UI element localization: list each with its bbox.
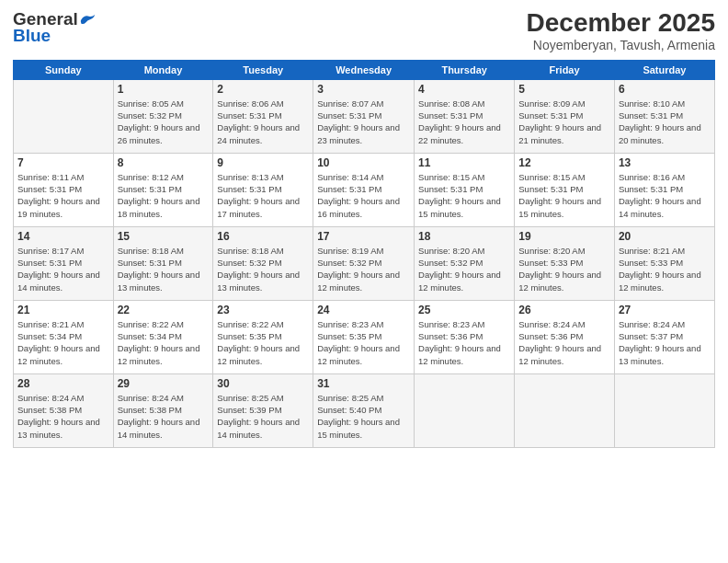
day-info: Sunrise: 8:17 AMSunset: 5:31 PMDaylight:…: [17, 245, 109, 293]
day-info: Sunrise: 8:22 AMSunset: 5:34 PMDaylight:…: [118, 318, 210, 367]
calendar-cell: 13Sunrise: 8:16 AMSunset: 5:31 PMDayligh…: [614, 153, 714, 226]
calendar-cell: 20Sunrise: 8:21 AMSunset: 5:33 PMDayligh…: [614, 226, 714, 300]
calendar-cell: 29Sunrise: 8:24 AMSunset: 5:38 PMDayligh…: [113, 373, 213, 447]
calendar-table: SundayMondayTuesdayWednesdayThursdayFrid…: [13, 60, 715, 448]
calendar-cell: 6Sunrise: 8:10 AMSunset: 5:31 PMDaylight…: [614, 79, 714, 153]
page-title: December 2025: [527, 9, 715, 38]
day-number: 23: [217, 304, 309, 316]
day-number: 10: [317, 156, 410, 169]
calendar-cell: 14Sunrise: 8:17 AMSunset: 5:31 PMDayligh…: [14, 226, 114, 300]
calendar-cell: 17Sunrise: 8:19 AMSunset: 5:32 PMDayligh…: [313, 226, 415, 300]
weekday-header-tuesday: Tuesday: [213, 60, 313, 79]
day-number: 9: [217, 156, 309, 169]
day-number: 7: [17, 156, 109, 169]
day-info: Sunrise: 8:25 AMSunset: 5:40 PMDaylight:…: [317, 392, 410, 441]
day-number: 22: [118, 304, 210, 316]
calendar-cell: 23Sunrise: 8:22 AMSunset: 5:35 PMDayligh…: [213, 300, 313, 373]
day-info: Sunrise: 8:09 AMSunset: 5:31 PMDaylight:…: [518, 98, 610, 146]
calendar-cell: 3Sunrise: 8:07 AMSunset: 5:31 PMDaylight…: [313, 79, 415, 153]
calendar-cell: [614, 373, 714, 447]
calendar-cell: 31Sunrise: 8:25 AMSunset: 5:40 PMDayligh…: [313, 373, 415, 447]
calendar-cell: 21Sunrise: 8:21 AMSunset: 5:34 PMDayligh…: [14, 300, 114, 373]
day-info: Sunrise: 8:21 AMSunset: 5:34 PMDaylight:…: [17, 318, 109, 367]
day-info: Sunrise: 8:20 AMSunset: 5:32 PMDaylight:…: [418, 245, 510, 293]
calendar-cell: 8Sunrise: 8:12 AMSunset: 5:31 PMDaylight…: [113, 153, 213, 226]
calendar-cell: 15Sunrise: 8:18 AMSunset: 5:31 PMDayligh…: [113, 226, 213, 300]
calendar-week-row: 14Sunrise: 8:17 AMSunset: 5:31 PMDayligh…: [14, 226, 715, 300]
day-info: Sunrise: 8:24 AMSunset: 5:38 PMDaylight:…: [17, 392, 109, 441]
calendar-cell: 28Sunrise: 8:24 AMSunset: 5:38 PMDayligh…: [14, 373, 114, 447]
day-number: 8: [118, 156, 210, 169]
calendar-cell: 27Sunrise: 8:24 AMSunset: 5:37 PMDayligh…: [614, 300, 714, 373]
day-number: 27: [619, 304, 711, 316]
calendar-week-row: 28Sunrise: 8:24 AMSunset: 5:38 PMDayligh…: [14, 373, 715, 447]
weekday-header-monday: Monday: [113, 60, 213, 79]
day-number: 12: [518, 156, 610, 169]
calendar-cell: 9Sunrise: 8:13 AMSunset: 5:31 PMDaylight…: [213, 153, 313, 226]
day-number: 13: [619, 156, 711, 169]
day-number: 29: [118, 377, 210, 390]
header: General Blue December 2025 Noyemberyan, …: [13, 9, 715, 52]
logo-blue: Blue: [13, 26, 51, 46]
day-info: Sunrise: 8:18 AMSunset: 5:31 PMDaylight:…: [118, 245, 210, 293]
weekday-header-wednesday: Wednesday: [313, 60, 415, 79]
calendar-cell: 22Sunrise: 8:22 AMSunset: 5:34 PMDayligh…: [113, 300, 213, 373]
calendar-cell: 5Sunrise: 8:09 AMSunset: 5:31 PMDaylight…: [515, 79, 615, 153]
day-info: Sunrise: 8:10 AMSunset: 5:31 PMDaylight:…: [619, 98, 711, 146]
day-info: Sunrise: 8:12 AMSunset: 5:31 PMDaylight:…: [118, 171, 210, 220]
day-info: Sunrise: 8:13 AMSunset: 5:31 PMDaylight:…: [217, 171, 309, 220]
day-number: 31: [317, 377, 410, 390]
day-info: Sunrise: 8:19 AMSunset: 5:32 PMDaylight:…: [317, 245, 410, 293]
day-info: Sunrise: 8:24 AMSunset: 5:36 PMDaylight:…: [518, 318, 610, 367]
weekday-header-sunday: Sunday: [14, 60, 114, 79]
calendar-cell: 4Sunrise: 8:08 AMSunset: 5:31 PMDaylight…: [415, 79, 515, 153]
day-number: 25: [418, 304, 510, 316]
calendar-cell: 1Sunrise: 8:05 AMSunset: 5:32 PMDaylight…: [113, 79, 213, 153]
weekday-header-saturday: Saturday: [614, 60, 714, 79]
title-area: December 2025 Noyemberyan, Tavush, Armen…: [527, 9, 715, 52]
calendar-cell: 2Sunrise: 8:06 AMSunset: 5:31 PMDaylight…: [213, 79, 313, 153]
day-info: Sunrise: 8:06 AMSunset: 5:31 PMDaylight:…: [217, 98, 309, 146]
day-info: Sunrise: 8:08 AMSunset: 5:31 PMDaylight:…: [418, 98, 510, 146]
day-info: Sunrise: 8:22 AMSunset: 5:35 PMDaylight:…: [217, 318, 309, 367]
day-info: Sunrise: 8:16 AMSunset: 5:31 PMDaylight:…: [619, 171, 711, 220]
day-info: Sunrise: 8:07 AMSunset: 5:31 PMDaylight:…: [317, 98, 410, 146]
day-info: Sunrise: 8:21 AMSunset: 5:33 PMDaylight:…: [619, 245, 711, 293]
calendar-cell: [515, 373, 615, 447]
day-number: 6: [619, 83, 711, 96]
day-number: 18: [418, 230, 510, 243]
day-number: 5: [518, 83, 610, 96]
day-number: 28: [17, 377, 109, 390]
day-number: 4: [418, 83, 510, 96]
day-info: Sunrise: 8:15 AMSunset: 5:31 PMDaylight:…: [418, 171, 510, 220]
calendar-header-row: SundayMondayTuesdayWednesdayThursdayFrid…: [14, 60, 715, 79]
calendar-cell: 12Sunrise: 8:15 AMSunset: 5:31 PMDayligh…: [515, 153, 615, 226]
calendar-week-row: 1Sunrise: 8:05 AMSunset: 5:32 PMDaylight…: [14, 79, 715, 153]
day-info: Sunrise: 8:14 AMSunset: 5:31 PMDaylight:…: [317, 171, 410, 220]
calendar-cell: 30Sunrise: 8:25 AMSunset: 5:39 PMDayligh…: [213, 373, 313, 447]
day-number: 16: [217, 230, 309, 243]
day-number: 30: [217, 377, 309, 390]
day-info: Sunrise: 8:11 AMSunset: 5:31 PMDaylight:…: [17, 171, 109, 220]
calendar-week-row: 21Sunrise: 8:21 AMSunset: 5:34 PMDayligh…: [14, 300, 715, 373]
day-info: Sunrise: 8:20 AMSunset: 5:33 PMDaylight:…: [518, 245, 610, 293]
calendar-cell: 26Sunrise: 8:24 AMSunset: 5:36 PMDayligh…: [515, 300, 615, 373]
day-info: Sunrise: 8:24 AMSunset: 5:37 PMDaylight:…: [619, 318, 711, 367]
weekday-header-thursday: Thursday: [415, 60, 515, 79]
calendar-cell: 11Sunrise: 8:15 AMSunset: 5:31 PMDayligh…: [415, 153, 515, 226]
calendar-cell: 10Sunrise: 8:14 AMSunset: 5:31 PMDayligh…: [313, 153, 415, 226]
calendar-cell: 19Sunrise: 8:20 AMSunset: 5:33 PMDayligh…: [515, 226, 615, 300]
calendar-cell: [415, 373, 515, 447]
day-info: Sunrise: 8:05 AMSunset: 5:32 PMDaylight:…: [118, 98, 210, 146]
day-number: 11: [418, 156, 510, 169]
day-number: 3: [317, 83, 410, 96]
calendar-cell: 18Sunrise: 8:20 AMSunset: 5:32 PMDayligh…: [415, 226, 515, 300]
calendar-cell: 25Sunrise: 8:23 AMSunset: 5:36 PMDayligh…: [415, 300, 515, 373]
day-info: Sunrise: 8:18 AMSunset: 5:32 PMDaylight:…: [217, 245, 309, 293]
calendar-cell: 7Sunrise: 8:11 AMSunset: 5:31 PMDaylight…: [14, 153, 114, 226]
day-number: 26: [518, 304, 610, 316]
page: General Blue December 2025 Noyemberyan, …: [0, 0, 728, 563]
day-info: Sunrise: 8:23 AMSunset: 5:35 PMDaylight:…: [317, 318, 410, 367]
day-number: 17: [317, 230, 410, 243]
day-number: 14: [17, 230, 109, 243]
